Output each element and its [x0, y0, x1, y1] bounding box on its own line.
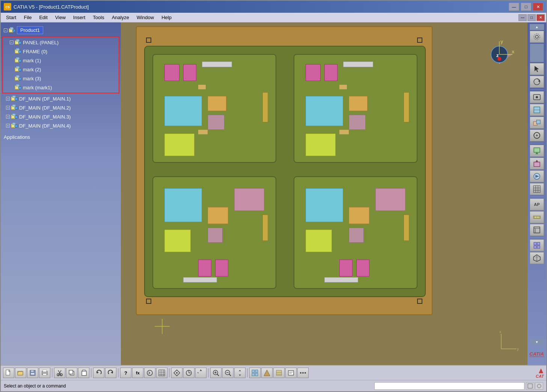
inner-minimize-btn[interactable]: —	[518, 14, 527, 21]
menu-help[interactable]: Help	[158, 14, 175, 21]
menu-file[interactable]: File	[20, 14, 35, 21]
tree-item-dfmain2[interactable]: + DF_MAIN (DF_MAIN.2)	[1, 103, 121, 112]
comp-ygreen-bl	[164, 230, 191, 252]
component-icon-dfmain3	[11, 113, 18, 120]
tree-root[interactable]: − Product1	[1, 25, 121, 36]
btn-zoom-in[interactable]	[210, 368, 222, 378]
svg-rect-94	[43, 370, 47, 372]
btn-zoom-out[interactable]	[222, 368, 234, 378]
toolbar-asm-btn[interactable]	[530, 117, 544, 129]
menu-window[interactable]: Window	[133, 14, 158, 21]
btn-fx[interactable]: fx	[132, 368, 143, 378]
btn-undo[interactable]	[93, 368, 104, 378]
root-label[interactable]: Product1	[17, 26, 43, 34]
toolbar-misc-btn[interactable]	[530, 239, 544, 251]
toolbar-settings3-btn[interactable]	[530, 129, 544, 141]
toolbar-sep-4	[530, 237, 544, 238]
btn-cut[interactable]	[54, 368, 65, 378]
scroll-down-btn[interactable]: ▼	[530, 339, 544, 345]
btn-grid[interactable]	[156, 368, 167, 378]
btn-open[interactable]	[15, 368, 26, 378]
comp-pink-br-2	[356, 260, 369, 276]
toolbar-cursor-btn[interactable]	[530, 63, 544, 75]
svg-marker-117	[200, 370, 202, 371]
tree-item-mark3-label: mark (3)	[23, 76, 41, 81]
svg-rect-25	[12, 96, 15, 98]
toolbar-grid-btn[interactable]	[530, 183, 544, 195]
scroll-up-btn[interactable]: ▲	[530, 24, 544, 30]
btn-material[interactable]	[273, 368, 285, 378]
btn-pan[interactable]	[234, 368, 246, 378]
pcb-top-right	[294, 54, 417, 163]
toolbar-text-btn[interactable]: AP	[530, 198, 544, 210]
inner-close-btn[interactable]: ✕	[536, 14, 545, 21]
btn-snap[interactable]	[171, 368, 182, 378]
toolbar-draft-btn[interactable]	[530, 224, 544, 236]
svg-point-14	[18, 59, 21, 62]
btn-paste[interactable]	[78, 368, 89, 378]
tree-item-mark3[interactable]: mark (3)	[4, 74, 118, 83]
status-input-field[interactable]	[374, 382, 524, 390]
toolbar-measure-btn[interactable]	[530, 211, 544, 223]
menu-insert[interactable]: Insert	[69, 14, 89, 21]
canvas-area[interactable]: y z x y x	[121, 23, 527, 365]
tree-item-mark1[interactable]: mark (1)	[4, 56, 118, 65]
tree-item-dfmain4[interactable]: + DF_MAIN (DF_MAIN.4)	[1, 121, 121, 130]
btn-annotation[interactable]	[285, 368, 297, 378]
toolbar-settings-btn[interactable]	[530, 31, 544, 43]
sep-4	[169, 368, 170, 377]
btn-macro[interactable]	[144, 368, 155, 378]
window-title: CATIA V5 - [Product1.CATProduct]	[14, 4, 509, 10]
btn-copy[interactable]	[66, 368, 77, 378]
btn-print[interactable]	[39, 368, 50, 378]
btn-more[interactable]	[297, 368, 309, 378]
menu-bar: Start File Edit View Insert Tools Analyz…	[1, 13, 546, 23]
right-scrollbar[interactable]	[530, 44, 544, 62]
tree-item-mark2[interactable]: mark (2)	[4, 65, 118, 74]
status-icon-1[interactable]	[526, 382, 534, 390]
btn-save[interactable]	[27, 368, 38, 378]
comp-ygreen-tr	[306, 134, 336, 156]
svg-rect-7	[16, 39, 19, 41]
svg-point-137	[300, 372, 301, 374]
inner-restore-btn[interactable]: □	[527, 14, 536, 21]
btn-multiwindow[interactable]	[249, 368, 261, 378]
close-button[interactable]: ✕	[533, 3, 543, 11]
btn-measure-view[interactable]	[183, 368, 194, 378]
toolbar-import-btn[interactable]	[530, 145, 544, 157]
toolbar-export-btn[interactable]	[530, 158, 544, 170]
status-icon-2[interactable]	[535, 382, 543, 390]
tree-item-mark-mark1[interactable]: mark (mark1)	[4, 83, 118, 92]
tree-item-applications[interactable]: Applications	[1, 133, 121, 141]
pcb-inner-panel	[144, 46, 426, 297]
tree-item-frame[interactable]: FRAME (0)	[4, 47, 118, 56]
component-icon-mark3	[15, 75, 21, 82]
toolbar-settings2-btn[interactable]	[530, 91, 544, 103]
btn-new[interactable]	[3, 368, 14, 378]
tree-item-dfmain3[interactable]: + DF_MAIN (DF_MAIN.3)	[1, 112, 121, 121]
catia-logo-area: CATIA	[529, 347, 545, 363]
btn-shading[interactable]	[261, 368, 273, 378]
comp-orange-tl	[208, 96, 226, 111]
menu-analyze[interactable]: Analyze	[108, 14, 133, 21]
toolbar-render-btn[interactable]	[530, 170, 544, 182]
toolbar-sep-3	[530, 197, 544, 197]
menu-edit[interactable]: Edit	[35, 14, 51, 21]
tree-item-dfmain1[interactable]: + DF_MAIN (DF_MAIN.1)	[1, 94, 121, 103]
btn-rotate-view[interactable]	[195, 368, 206, 378]
menu-start[interactable]: Start	[2, 14, 20, 21]
btn-help[interactable]: ?	[120, 368, 131, 378]
tree-item-panel[interactable]: − PANEL (PANEL)	[4, 38, 118, 47]
minimize-button[interactable]: —	[509, 3, 519, 11]
btn-redo[interactable]	[105, 368, 116, 378]
toolbar-view3d-btn[interactable]	[530, 252, 544, 264]
toolbar-part-btn[interactable]	[530, 104, 544, 116]
maximize-button[interactable]: □	[521, 3, 531, 11]
toolbar-rotate-btn[interactable]	[530, 76, 544, 88]
bottom-right-area: CATIA	[525, 366, 544, 379]
menu-view[interactable]: View	[51, 14, 69, 21]
svg-text:x: x	[499, 330, 501, 334]
menu-tools[interactable]: Tools	[89, 14, 108, 21]
comp-cyan-tl	[164, 96, 202, 126]
svg-rect-78	[534, 242, 536, 245]
